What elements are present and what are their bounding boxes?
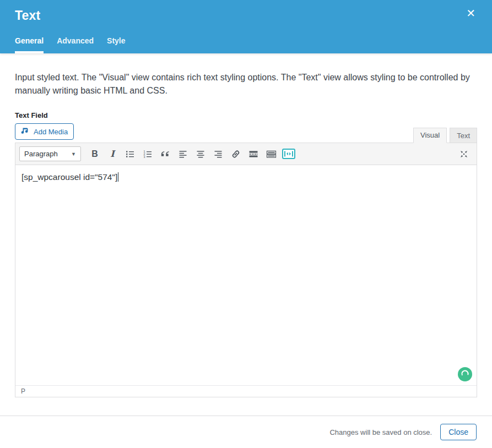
format-dropdown-value: Paragraph <box>24 150 58 158</box>
numbered-list-icon: 1 2 3 <box>143 149 153 159</box>
tab-text[interactable]: Text <box>450 128 477 143</box>
toolbar-toggle-icon <box>266 149 277 159</box>
editor-tools-row: Add Media Visual Text <box>15 123 477 143</box>
media-note-icon <box>21 127 30 136</box>
save-notice: Changes will be saved on close. <box>329 428 432 436</box>
add-media-button[interactable]: Add Media <box>15 123 74 140</box>
paragraph-format-dropdown[interactable]: Paragraph ▼ <box>19 146 81 161</box>
svg-text:3: 3 <box>143 155 145 159</box>
numbered-list-button[interactable]: 1 2 3 <box>139 147 156 161</box>
field-description: Input styled text. The "Visual" view con… <box>15 71 477 97</box>
text-field-label: Text Field <box>15 111 477 119</box>
text-settings-modal: Text ✕ General Advanced Style Input styl… <box>0 0 492 448</box>
toolbar-toggle-button[interactable] <box>263 147 279 161</box>
align-right-icon <box>213 149 223 159</box>
tab-visual[interactable]: Visual <box>413 128 447 143</box>
tab-advanced[interactable]: Advanced <box>57 36 94 53</box>
rich-text-editor: Paragraph ▼ B I <box>15 143 477 397</box>
modal-body: Input styled text. The "Visual" view con… <box>0 53 492 416</box>
read-more-icon <box>248 149 258 159</box>
page-title: Text <box>15 8 40 23</box>
modal-header: Text ✕ General Advanced Style <box>0 0 492 53</box>
align-center-button[interactable] <box>192 147 209 161</box>
editor-toolbar: Paragraph ▼ B I <box>15 143 477 165</box>
close-icon[interactable]: ✕ <box>466 8 475 19</box>
shortcode-button[interactable] <box>280 147 297 161</box>
editor-mode-tabs: Visual Text <box>410 127 477 143</box>
read-more-button[interactable] <box>245 147 262 161</box>
modal-footer: Changes will be saved on close. Close <box>0 416 492 448</box>
editor-content-area[interactable]: [sp_wpcarousel id="574"] <box>15 165 477 385</box>
editor-status-bar: P <box>15 385 477 397</box>
fullscreen-button[interactable] <box>456 147 472 161</box>
link-icon <box>231 149 241 159</box>
bulleted-list-icon <box>125 149 135 159</box>
link-button[interactable] <box>228 147 244 161</box>
blockquote-icon <box>160 149 170 159</box>
close-button[interactable]: Close <box>440 424 477 440</box>
align-left-icon <box>178 149 188 159</box>
align-left-button[interactable] <box>175 147 191 161</box>
element-path[interactable]: P <box>21 387 25 395</box>
blockquote-button[interactable] <box>157 147 174 161</box>
align-center-icon <box>196 149 206 159</box>
help-beacon-button[interactable] <box>458 367 472 381</box>
shortcode-icon <box>282 149 295 159</box>
chevron-down-icon: ▼ <box>71 151 76 157</box>
shortcode-text[interactable]: [sp_wpcarousel id="574"] <box>21 172 117 182</box>
bold-icon: B <box>91 149 98 159</box>
italic-icon: I <box>110 149 114 159</box>
header-tabs: General Advanced Style <box>15 36 126 53</box>
align-right-button[interactable] <box>210 147 226 161</box>
bold-button[interactable]: B <box>86 147 103 161</box>
tab-style[interactable]: Style <box>107 36 125 53</box>
add-media-label: Add Media <box>34 128 68 136</box>
text-caret <box>118 172 118 182</box>
italic-button[interactable]: I <box>104 147 121 161</box>
tab-general[interactable]: General <box>15 36 44 53</box>
bulleted-list-button[interactable] <box>122 147 138 161</box>
fullscreen-icon <box>459 149 469 159</box>
